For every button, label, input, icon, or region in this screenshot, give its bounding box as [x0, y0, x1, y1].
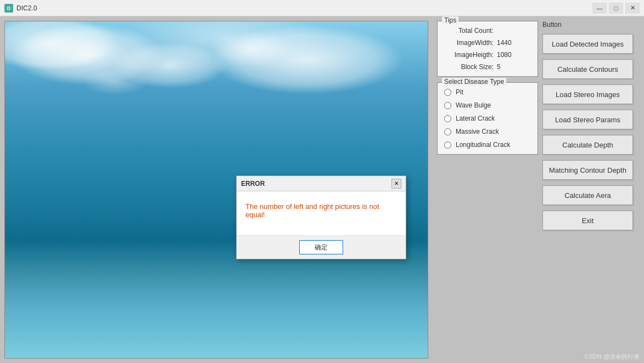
right-panel: Tips Total Count: ImageWidth: 1440 Image… — [433, 16, 542, 363]
load-stereo-images-button[interactable]: Load Stereo Images — [542, 84, 633, 104]
calculate-contours-button[interactable]: Calculate Contours — [542, 59, 633, 79]
disease-option-longitudinal-crack[interactable]: Longitudinal Crack — [444, 141, 531, 149]
app-title: DIC2.0 — [16, 4, 592, 12]
radio-massive-crack[interactable] — [444, 128, 451, 135]
dialog-close-button[interactable]: ✕ — [391, 179, 401, 189]
tips-title: Tips — [442, 16, 458, 24]
dialog-footer: 确定 — [237, 235, 406, 259]
disease-label-longitudinal-crack: Longitudinal Crack — [456, 141, 510, 149]
calculate-depth-button[interactable]: Calculate Depth — [542, 135, 633, 155]
tips-value-width: 1440 — [497, 39, 512, 47]
tips-section: Tips Total Count: ImageWidth: 1440 Image… — [437, 21, 538, 77]
disease-label-massive-crack: Massive Crack — [456, 128, 499, 135]
button-panel: Button Load Detected Images Calculate Co… — [542, 16, 644, 363]
disease-type-title: Select Disease Type — [442, 78, 506, 86]
dialog-body: The number of left and right pictures is… — [237, 191, 406, 235]
radio-lateral-crack[interactable] — [444, 115, 451, 122]
tips-label-total: Total Count: — [444, 27, 494, 35]
calculate-aera-button[interactable]: Calculate Aera — [542, 185, 633, 205]
dialog-title-text: ERROR — [241, 180, 265, 188]
radio-wave-bulge[interactable] — [444, 102, 451, 109]
watermark: CSDN @没伞的行者 — [585, 353, 640, 361]
load-stereo-params-button[interactable]: Load Stereo Params — [542, 110, 633, 129]
disease-label-lateral-crack: Lateral Crack — [456, 115, 495, 122]
tips-value-height: 1080 — [497, 51, 512, 59]
dialog-title-bar: ERROR ✕ — [237, 176, 406, 191]
disease-option-pit[interactable]: Pit — [444, 88, 531, 96]
tips-row-total: Total Count: — [444, 27, 531, 35]
disease-option-massive-crack[interactable]: Massive Crack — [444, 128, 531, 135]
app-icon: D — [4, 4, 13, 13]
disease-label-wave-bulge: Wave Bulge — [456, 101, 491, 109]
disease-option-wave-bulge[interactable]: Wave Bulge — [444, 101, 531, 109]
matching-contour-depth-button[interactable]: Matching Contour Depth — [542, 160, 633, 180]
disease-label-pit: Pit — [456, 88, 463, 96]
tips-row-height: ImageHeigth: 1080 — [444, 51, 531, 59]
error-dialog: ERROR ✕ The number of left and right pic… — [236, 175, 406, 259]
dialog-ok-button[interactable]: 确定 — [299, 240, 343, 254]
exit-button[interactable]: Exit — [542, 211, 633, 230]
radio-pit[interactable] — [444, 89, 451, 96]
radio-longitudinal-crack[interactable] — [444, 141, 451, 149]
main-content: Tips Total Count: ImageWidth: 1440 Image… — [0, 16, 644, 363]
tips-label-width: ImageWidth: — [444, 39, 494, 47]
tips-label-height: ImageHeigth: — [444, 51, 494, 59]
close-button[interactable]: ✕ — [625, 3, 640, 14]
disease-option-lateral-crack[interactable]: Lateral Crack — [444, 115, 531, 122]
disease-type-section: Select Disease Type Pit Wave Bulge Later… — [437, 82, 538, 155]
load-detected-images-button[interactable]: Load Detected Images — [542, 34, 633, 54]
tips-row-width: ImageWidth: 1440 — [444, 39, 531, 47]
tips-label-blocksize: Block Size: — [444, 63, 494, 71]
title-bar: D DIC2.0 — □ ✕ — [0, 0, 644, 16]
tips-value-blocksize: 5 — [497, 63, 501, 71]
tips-row-blocksize: Block Size: 5 — [444, 63, 531, 71]
button-section-title: Button — [542, 21, 640, 29]
window-controls: — □ ✕ — [592, 3, 640, 14]
maximize-button[interactable]: □ — [609, 3, 623, 14]
dialog-message: The number of left and right pictures is… — [245, 202, 397, 219]
minimize-button[interactable]: — — [592, 3, 607, 14]
